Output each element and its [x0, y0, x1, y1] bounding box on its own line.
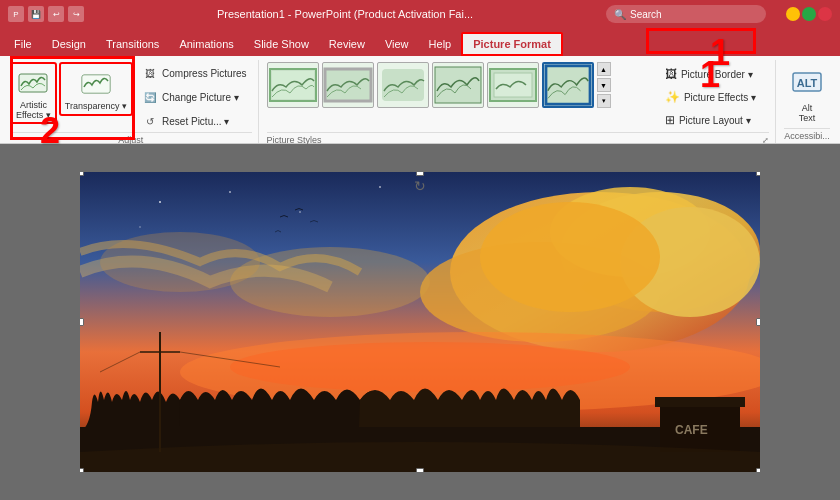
change-picture-icon: 🔄: [142, 89, 158, 105]
picture-style-4[interactable]: [432, 62, 484, 108]
scroll-expand-button[interactable]: ▾: [597, 94, 611, 108]
small-buttons-group: 🖼 Compress Pictures 🔄 Change Picture ▾ ↺…: [137, 62, 251, 132]
tab-picture-format[interactable]: Picture Format: [461, 32, 563, 56]
minimize-button[interactable]: [786, 7, 800, 21]
tab-file[interactable]: File: [4, 32, 42, 56]
picture-style-1[interactable]: [267, 62, 319, 108]
artistic-effects-button[interactable]: ArtisticEffects ▾: [10, 62, 57, 124]
handle-bottom-left[interactable]: [80, 468, 84, 472]
artistic-effects-label: ArtisticEffects ▾: [16, 100, 51, 120]
scroll-down-button[interactable]: ▼: [597, 78, 611, 92]
title-bar: P 💾 ↩ ↪ Presentation1 - PowerPoint (Prod…: [0, 0, 840, 28]
accessibility-content: ALT AltText: [784, 62, 830, 128]
slide-canvas[interactable]: ↻: [80, 172, 760, 472]
handle-bottom-mid[interactable]: [416, 468, 424, 472]
ribbon-group-adjust: ArtisticEffects ▾ Transparency ▾: [4, 60, 259, 143]
undo-icon[interactable]: ↩: [48, 6, 64, 22]
svg-rect-7: [382, 69, 424, 101]
picture-style-3[interactable]: [377, 62, 429, 108]
transparency-button[interactable]: Transparency ▾: [59, 62, 133, 116]
search-icon: 🔍: [614, 9, 626, 20]
scroll-up-button[interactable]: ▲: [597, 62, 611, 76]
tab-design[interactable]: Design: [42, 32, 96, 56]
handle-top-left[interactable]: [80, 172, 84, 176]
picture-layout-label: Picture Layout ▾: [679, 115, 751, 126]
ribbon-group-accessibility: ALT AltText Accessibi...: [778, 60, 836, 143]
picture-border-label: Picture Border ▾: [681, 69, 753, 80]
compress-pictures-button[interactable]: 🖼 Compress Pictures: [137, 62, 251, 84]
svg-point-29: [230, 342, 630, 392]
svg-point-25: [480, 202, 660, 312]
redo-icon[interactable]: ↪: [68, 6, 84, 22]
picture-border-button[interactable]: 🖼 Picture Border ▾: [658, 64, 763, 84]
handle-bottom-right[interactable]: [756, 468, 760, 472]
tab-review[interactable]: Review: [319, 32, 375, 56]
svg-point-18: [139, 226, 141, 228]
reset-picture-icon: ↺: [142, 113, 158, 129]
tab-animations[interactable]: Animations: [169, 32, 243, 56]
transparency-label: Transparency ▾: [65, 101, 127, 111]
change-picture-button[interactable]: 🔄 Change Picture ▾: [137, 86, 251, 108]
search-bar[interactable]: 🔍 Search: [606, 5, 766, 23]
compress-pictures-icon: 🖼: [142, 65, 158, 81]
picture-effects-label: Picture Effects ▾: [684, 92, 756, 103]
svg-point-17: [299, 211, 301, 213]
picture-effects-button[interactable]: ✨ Picture Effects ▾: [658, 87, 763, 107]
picture-layout-button[interactable]: ⊞ Picture Layout ▾: [658, 110, 763, 130]
close-button[interactable]: [818, 7, 832, 21]
rotation-handle[interactable]: ↻: [412, 178, 428, 194]
svg-rect-32: [655, 397, 745, 407]
svg-point-15: [159, 201, 161, 203]
accessibility-group-label: Accessibi...: [784, 128, 830, 143]
handle-top-right[interactable]: [756, 172, 760, 176]
picture-styles-strip: ▲ ▼ ▾: [267, 62, 648, 108]
search-placeholder: Search: [630, 9, 662, 20]
window-title: Presentation1 - PowerPoint (Product Acti…: [84, 8, 606, 20]
picture-style-5[interactable]: [487, 62, 539, 108]
tab-help[interactable]: Help: [419, 32, 462, 56]
tab-view[interactable]: View: [375, 32, 419, 56]
svg-point-16: [229, 191, 231, 193]
handle-mid-left[interactable]: [80, 318, 84, 326]
picture-layout-icon: ⊞: [665, 113, 675, 127]
app-icon: P: [8, 6, 24, 22]
window-controls: [786, 7, 832, 21]
picture-effects-icon: ✨: [665, 90, 680, 104]
picture-styles-content: ▲ ▼ ▾ 🖼 Picture Border ▾ ✨ Picture Effec…: [267, 62, 769, 132]
svg-point-19: [379, 186, 381, 188]
slide-image: CAFE: [80, 172, 760, 472]
change-picture-label: Change Picture ▾: [162, 92, 239, 103]
handle-mid-right[interactable]: [756, 318, 760, 326]
tab-transitions[interactable]: Transitions: [96, 32, 169, 56]
svg-point-27: [230, 247, 430, 317]
picture-styles-scroll: ▲ ▼ ▾: [597, 62, 611, 108]
compress-pictures-label: Compress Pictures: [162, 68, 246, 79]
picture-border-icon: 🖼: [665, 67, 677, 81]
reset-picture-label: Reset Pictu... ▾: [162, 116, 229, 127]
adjust-group-content: ArtisticEffects ▾ Transparency ▾: [10, 62, 252, 132]
picture-style-2[interactable]: [322, 62, 374, 108]
title-bar-icons: P 💾 ↩ ↪: [8, 6, 84, 22]
tab-slideshow[interactable]: Slide Show: [244, 32, 319, 56]
ribbon-tabs: File Design Transitions Animations Slide…: [0, 28, 840, 56]
picture-style-6[interactable]: [542, 62, 594, 108]
alt-text-icon: ALT: [791, 67, 823, 103]
transparency-icon: [80, 67, 112, 99]
picture-format-right-buttons: 🖼 Picture Border ▾ ✨ Picture Effects ▾ ⊞…: [652, 62, 769, 132]
reset-picture-button[interactable]: ↺ Reset Pictu... ▾: [137, 110, 251, 132]
alt-text-label: AltText: [799, 103, 816, 123]
artistic-effects-icon: [17, 66, 49, 98]
alt-text-button[interactable]: ALT AltText: [784, 62, 830, 128]
slide-area: 1 ↻: [0, 144, 840, 500]
quick-access-icon: 💾: [28, 6, 44, 22]
handle-top-mid[interactable]: [416, 172, 424, 176]
maximize-button[interactable]: [802, 7, 816, 21]
ribbon-content: ArtisticEffects ▾ Transparency ▾: [0, 56, 840, 144]
svg-text:CAFE: CAFE: [675, 423, 708, 437]
ribbon-group-picture-styles: ▲ ▼ ▾ 🖼 Picture Border ▾ ✨ Picture Effec…: [261, 60, 776, 143]
svg-text:ALT: ALT: [797, 77, 818, 89]
